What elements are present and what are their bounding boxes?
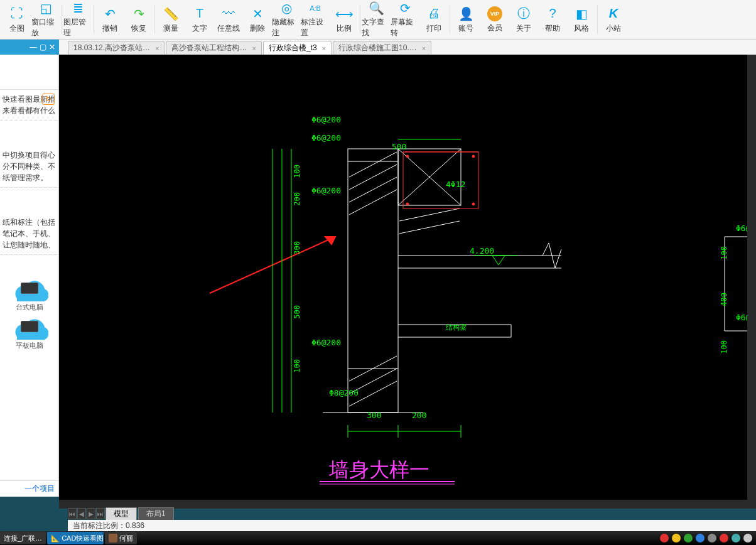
text-icon: T	[192, 6, 208, 22]
tool-measure[interactable]: 📏测量	[156, 1, 185, 38]
nav-first-icon[interactable]: ⏮	[68, 508, 77, 519]
separator	[597, 5, 598, 34]
tool-help[interactable]: ?帮助	[538, 1, 567, 38]
side-text-block: 纸和标注（包括 笔记本、手机、 让您随时随地、	[0, 213, 58, 255]
dim-vertical: 100	[293, 165, 301, 178]
tab-label: 模型	[114, 509, 129, 518]
tray-icon[interactable]	[660, 534, 669, 542]
tool-site[interactable]: K小站	[599, 1, 628, 38]
doc-tab[interactable]: 18.03.12.高沙沓泵站…×	[68, 41, 165, 55]
close-tab-icon[interactable]: ×	[252, 45, 256, 52]
nav-next-icon[interactable]: ▶	[87, 508, 95, 519]
close-icon[interactable]: ✕	[49, 43, 55, 51]
tool-undo[interactable]: ↶撤销	[95, 1, 124, 38]
task-label: 连接_广联…	[4, 534, 42, 543]
side-text: 纸和标注（包括 笔记本、手机、 让您随时随地、	[3, 218, 55, 249]
dim-annotation: 4Φ12	[446, 180, 465, 189]
footer-text: 一个项目	[24, 484, 55, 493]
device-label: 台式电脑	[16, 303, 43, 312]
layout-tab-model[interactable]: 模型	[105, 507, 137, 521]
tool-redo[interactable]: ↷恢复	[124, 1, 153, 38]
layout-tabs: ⏮ ◀ ▶ ⏭ 模型 布局1	[68, 507, 175, 520]
tool-print[interactable]: 🖨打印	[419, 1, 448, 38]
hideanno-icon: ◎	[278, 1, 294, 16]
layout-tab-layout1[interactable]: 布局1	[138, 507, 174, 521]
tab-label: 高沙沓泵站工程结构…	[171, 43, 247, 53]
tool-style[interactable]: ◧风格	[567, 1, 596, 38]
scrollbar-vertical[interactable]	[747, 55, 756, 509]
status-text: 当前标注比例：0.836	[73, 521, 144, 530]
side-panel: ↻ 快速看图最新推 来看看都有什么 中切换项目得心 分不同种类、不 纸管理需求。…	[0, 55, 59, 497]
task-item[interactable]: 何丽	[105, 532, 137, 544]
nav-last-icon[interactable]: ⏭	[96, 508, 105, 519]
redo-icon: ↷	[131, 6, 147, 22]
separator	[62, 5, 62, 34]
tool-label: 文字	[192, 23, 207, 34]
restore-icon[interactable]: ▢	[40, 43, 46, 51]
dim-vertical: 500	[293, 305, 301, 319]
device-desktop[interactable]: 台式电脑	[0, 280, 58, 312]
dim-vertical: 100	[720, 340, 728, 354]
rotate-icon: ⟳	[397, 1, 413, 16]
minimize-icon[interactable]: —	[30, 43, 37, 51]
tool-label: 图层管理	[63, 17, 92, 38]
close-tab-icon[interactable]: ×	[422, 45, 426, 52]
tool-layers[interactable]: ≣图层管理	[63, 1, 92, 38]
tray-icon[interactable]	[672, 534, 681, 542]
status-bar: 当前标注比例：0.836	[68, 520, 756, 531]
tool-delete[interactable]: ✕删除	[243, 1, 272, 38]
close-tab-icon[interactable]: ×	[155, 45, 159, 52]
task-item[interactable]: 连接_广联…	[0, 532, 46, 544]
annotation-layer: Φ6@200Φ6@200Φ6@200Φ6@200Φ8@2005004Φ124.2…	[59, 55, 756, 509]
tool-label: 全图	[9, 23, 24, 34]
document-tabstrip: 18.03.12.高沙沓泵站…× 高沙沓泵站工程结构…× 行政综合楼_t3× 行…	[0, 40, 756, 55]
dim-annotation: 300	[367, 411, 381, 420]
tray-icon[interactable]	[720, 534, 728, 542]
sidepanel-header: — ▢ ✕	[0, 40, 59, 55]
tray-icon[interactable]	[708, 534, 716, 542]
tool-hideanno[interactable]: ◎隐藏标注	[272, 1, 301, 38]
nav-prev-icon[interactable]: ◀	[77, 508, 86, 519]
tool-scale[interactable]: ⟷比例	[330, 1, 359, 38]
tool-label: 帮助	[545, 23, 560, 34]
tool-label: 撤销	[102, 23, 117, 34]
tool-label: 删除	[250, 23, 265, 34]
tool-about[interactable]: ⓘ关于	[509, 1, 538, 38]
tool-vip[interactable]: VIP会员	[480, 1, 509, 38]
tool-findtext[interactable]: 🔍文字查找	[362, 1, 391, 38]
tray-icon[interactable]	[732, 534, 740, 542]
tool-rotate[interactable]: ⟳屏幕旋转	[391, 1, 419, 38]
task-item-active[interactable]: 📐CAD快速看图 - F…	[47, 532, 104, 544]
refresh-icon[interactable]: ↻	[42, 94, 55, 105]
cloud-icon	[11, 280, 48, 301]
tab-label: 18.03.12.高沙沓泵站…	[73, 43, 150, 53]
cloud-icon	[11, 318, 48, 340]
tool-label: 标注设置	[301, 17, 330, 38]
tray-icon[interactable]	[743, 534, 752, 542]
tool-text[interactable]: T文字	[185, 1, 214, 38]
tool-label: 比例	[337, 23, 352, 34]
tool-label: 窗口缩放	[31, 17, 60, 38]
tool-polyline[interactable]: 〰任意线	[214, 1, 243, 38]
tool-annosettings[interactable]: A:B标注设置	[301, 1, 330, 38]
windows-taskbar: 连接_广联… 📐CAD快速看图 - F… 何丽	[0, 531, 756, 545]
side-footer-link[interactable]: 一个项目	[0, 480, 58, 497]
doc-tab[interactable]: 高沙沓泵站工程结构…×	[166, 41, 261, 55]
doc-tab-active[interactable]: 行政综合楼_t3×	[263, 41, 332, 55]
scale-icon: ⟷	[336, 6, 352, 22]
device-tablet[interactable]: 平板电脑	[0, 318, 58, 350]
dim-annotation: Φ6@200	[311, 115, 341, 124]
tool-account[interactable]: 👤账号	[451, 1, 480, 38]
drawing-canvas[interactable]: 墙身大样一 Φ6@200Φ6@200Φ6@200Φ6@200Φ8@2005004…	[59, 55, 756, 509]
help-icon: ?	[544, 6, 561, 22]
dim-vertical: 200	[293, 192, 301, 206]
doc-tab[interactable]: 行政综合楼施工图10.…×	[333, 41, 431, 55]
tab-label: 布局1	[146, 509, 166, 518]
side-text: 中切换项目得心 分不同种类、不 纸管理需求。	[3, 151, 55, 182]
tray-icon[interactable]	[684, 534, 693, 542]
side-text-block: 中切换项目得心 分不同种类、不 纸管理需求。	[0, 146, 58, 188]
tool-zoomwindow[interactable]: ◱窗口缩放	[31, 1, 60, 38]
tool-fullview[interactable]: ⛶全图	[3, 1, 31, 38]
close-tab-icon[interactable]: ×	[322, 45, 326, 52]
tray-icon[interactable]	[696, 534, 705, 542]
